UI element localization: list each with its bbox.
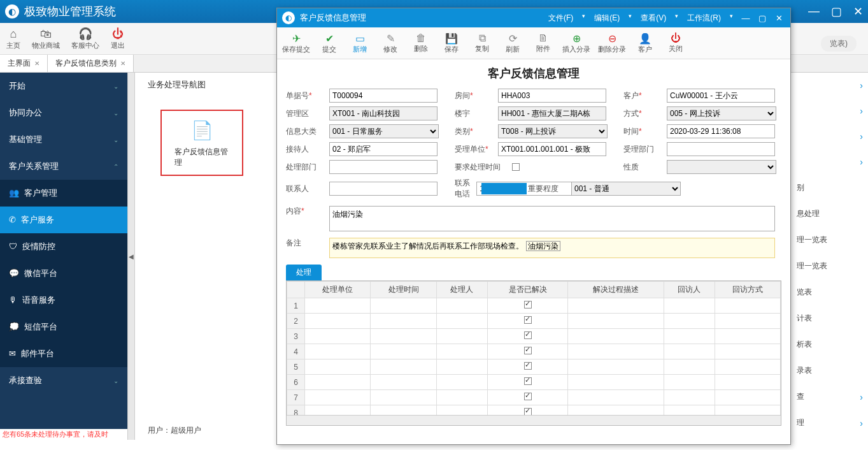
menu-view[interactable]: 查看(V) — [641, 13, 666, 24]
sidebar-item-basic[interactable]: 基础管理⌄ — [0, 126, 127, 153]
sidebar-item-crm[interactable]: 客户关系管理⌃ — [0, 153, 127, 180]
right-item[interactable]: 析表 — [792, 331, 868, 358]
close-icon[interactable]: ✕ — [853, 4, 863, 18]
tab-main[interactable]: 主界面✕ — [0, 55, 48, 72]
table-row[interactable]: 2 — [287, 314, 781, 329]
close-tab-icon[interactable]: ✕ — [120, 60, 125, 67]
solved-checkbox[interactable] — [524, 316, 532, 324]
sidebar-item-sms[interactable]: 💭短信平台 — [0, 314, 127, 340]
exit-button[interactable]: ⏻退出 — [111, 27, 125, 50]
sidebar-item-coop[interactable]: 协同办公⌄ — [0, 99, 127, 126]
right-item[interactable]: › — [792, 124, 868, 149]
billno-field[interactable] — [329, 89, 438, 103]
right-item[interactable]: 理一览表 — [792, 227, 868, 253]
mall-button[interactable]: 🛍物业商城 — [32, 27, 60, 50]
time-field[interactable] — [667, 124, 775, 138]
right-item[interactable]: › — [792, 98, 868, 124]
delete-row-button[interactable]: ⊖删除分录 — [598, 33, 626, 54]
table-row[interactable]: 6 — [287, 375, 781, 390]
maximize-icon[interactable]: ▢ — [831, 4, 842, 18]
label-method: 方式* — [623, 108, 667, 119]
close-button[interactable]: ⏻关闭 — [664, 33, 687, 54]
service-button[interactable]: 🎧客服中心 — [71, 27, 99, 50]
right-item[interactable]: 理› — [792, 410, 868, 436]
right-item[interactable]: 别 — [792, 175, 868, 201]
dialog-maximize-icon[interactable]: ▢ — [756, 11, 769, 24]
sidebar-item-accept[interactable]: 承接查验⌄ — [0, 367, 127, 394]
priority-select[interactable]: 001 - 普通 — [571, 182, 681, 196]
table-row[interactable]: 4 — [287, 344, 781, 359]
save-button[interactable]: 💾保存 — [440, 33, 463, 54]
sidebar-item-covid[interactable]: 🛡疫情防控 — [0, 233, 127, 260]
delete-button[interactable]: 🗑删除 — [409, 33, 432, 54]
close-tab-icon[interactable]: ✕ — [34, 60, 39, 67]
copy-button[interactable]: ⧉复制 — [471, 33, 494, 54]
new-button[interactable]: ▭新增 — [348, 33, 371, 54]
sidebar-item-mail[interactable]: ✉邮件平台 — [0, 340, 127, 367]
sidebar: 开始⌄ 协同办公⌄ 基础管理⌄ 客户关系管理⌃ 👥客户管理 ✆客户服务 🛡疫情防… — [0, 73, 127, 440]
content-textarea[interactable] — [329, 206, 775, 231]
insert-row-button[interactable]: ⊕插入分录 — [562, 33, 590, 54]
save-submit-button[interactable]: ✈保存提交 — [282, 33, 310, 54]
sidebar-item-service[interactable]: ✆客户服务 — [0, 207, 127, 233]
right-search-pill[interactable]: 览表) — [821, 36, 857, 52]
table-row[interactable]: 7 — [287, 390, 781, 405]
menu-edit[interactable]: 编辑(E) — [594, 13, 620, 24]
solved-checkbox[interactable] — [524, 347, 532, 354]
solved-checkbox[interactable] — [524, 331, 532, 339]
right-item[interactable]: 理一览表 — [792, 253, 868, 279]
contact-field[interactable] — [329, 182, 438, 196]
solved-checkbox[interactable] — [524, 408, 532, 415]
method-select[interactable]: 005 - 网上投诉 — [667, 106, 776, 120]
edit-button[interactable]: ✎修改 — [379, 33, 402, 54]
chevron-down-icon: ⌄ — [113, 110, 118, 117]
right-item[interactable]: 录表 — [792, 358, 868, 384]
right-item[interactable]: 息处理 — [792, 201, 868, 227]
refresh-button[interactable]: ⟳刷新 — [501, 33, 524, 54]
sidebar-collapse-handle[interactable]: ◀ — [127, 73, 135, 440]
sidebar-item-start[interactable]: 开始⌄ — [0, 73, 127, 99]
right-item[interactable]: › — [792, 73, 868, 98]
solved-checkbox[interactable] — [524, 393, 532, 400]
tab-feedback-category[interactable]: 客户反馈信息类别✕ — [48, 55, 134, 72]
save-icon: 💾 — [445, 33, 458, 45]
dialog-close-icon[interactable]: ✕ — [772, 11, 785, 24]
submit-button[interactable]: ✔提交 — [318, 33, 341, 54]
menu-file[interactable]: 文件(F) — [548, 13, 573, 24]
sidebar-item-wechat[interactable]: 💬微信平台 — [0, 260, 127, 287]
room-field[interactable] — [498, 89, 606, 103]
minimize-icon[interactable]: — — [808, 4, 820, 18]
attach-button[interactable]: 🗎附件 — [532, 33, 555, 54]
cust-field[interactable] — [667, 89, 775, 103]
customer-button[interactable]: 👤客户 — [634, 33, 657, 54]
dialog-minimize-icon[interactable]: — — [739, 11, 752, 24]
solved-checkbox[interactable] — [524, 377, 532, 385]
nature-select[interactable] — [667, 160, 776, 174]
right-item[interactable]: 览表 — [792, 279, 868, 305]
solved-checkbox[interactable] — [524, 301, 532, 308]
cat-select[interactable]: T008 - 网上投诉 — [498, 124, 608, 138]
menu-workflow[interactable]: 工作流(R) — [687, 13, 721, 24]
home-button[interactable]: ⌂主页 — [6, 27, 20, 50]
hdept-field[interactable] — [329, 160, 438, 174]
right-item[interactable]: 计表 — [792, 305, 868, 331]
subtab-processing[interactable]: 处理 — [286, 265, 322, 280]
right-item[interactable]: 查› — [792, 384, 868, 410]
dept-field[interactable] — [667, 142, 775, 156]
col-visitmethod: 回访方式 — [715, 282, 780, 298]
table-row[interactable]: 8 — [287, 405, 781, 416]
solved-checkbox[interactable] — [524, 362, 532, 370]
bigcat-select[interactable]: 001 - 日常服务 — [329, 124, 439, 138]
remark-textarea[interactable]: 楼栋管家先联系业主了解情况后再联系工作部现场检查。油烟污染 — [329, 238, 775, 258]
sidebar-item-customer[interactable]: 👥客户管理 — [0, 180, 127, 207]
grid-hscrollbar[interactable] — [287, 415, 781, 425]
recv-field[interactable] — [329, 142, 438, 156]
unit-field[interactable] — [498, 142, 606, 156]
table-row[interactable]: 3 — [287, 329, 781, 344]
right-item[interactable]: › — [792, 149, 868, 175]
reqtime-checkbox[interactable] — [512, 163, 520, 171]
nav-item-feedback[interactable]: 📄 客户反馈信息管理 — [160, 110, 243, 176]
table-row[interactable]: 1 — [287, 298, 781, 314]
table-row[interactable]: 5 — [287, 359, 781, 375]
sidebar-item-voice[interactable]: 🎙语音服务 — [0, 287, 127, 314]
